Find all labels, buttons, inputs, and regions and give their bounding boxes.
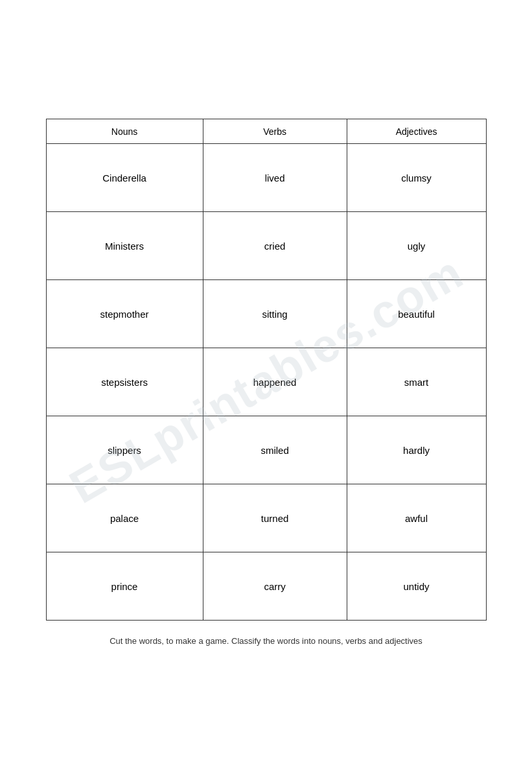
table-cell: sitting <box>203 280 347 348</box>
footer-text: Cut the words, to make a game. Classify … <box>110 636 422 646</box>
page-container: ESLprintables.com Nouns Verbs Adjectives… <box>0 93 532 665</box>
table-cell: beautiful <box>347 280 486 348</box>
header-verbs: Verbs <box>203 119 347 144</box>
table-cell: turned <box>203 484 347 552</box>
table-cell: smart <box>347 348 486 416</box>
table-row: Ministerscriedugly <box>46 212 486 280</box>
table-row: slipperssmiledhardly <box>46 416 486 484</box>
table-row: palaceturnedawful <box>46 484 486 552</box>
table-cell: cried <box>203 212 347 280</box>
table-cell: prince <box>46 552 203 621</box>
table-row: Cinderellalivedclumsy <box>46 144 486 212</box>
header-adjectives: Adjectives <box>347 119 486 144</box>
table-cell: untidy <box>347 552 486 621</box>
table-row: stepsistershappenedsmart <box>46 348 486 416</box>
table-cell: smiled <box>203 416 347 484</box>
table-cell: slippers <box>46 416 203 484</box>
table-cell: palace <box>46 484 203 552</box>
table-cell: Ministers <box>46 212 203 280</box>
table-cell: lived <box>203 144 347 212</box>
table-row: princecarryuntidy <box>46 552 486 621</box>
table-cell: Cinderella <box>46 144 203 212</box>
word-table: Nouns Verbs Adjectives Cinderellalivedcl… <box>46 119 487 621</box>
table-row: stepmothersittingbeautiful <box>46 280 486 348</box>
header-nouns: Nouns <box>46 119 203 144</box>
table-cell: stepsisters <box>46 348 203 416</box>
table-cell: ugly <box>347 212 486 280</box>
table-cell: hardly <box>347 416 486 484</box>
table-cell: stepmother <box>46 280 203 348</box>
table-cell: carry <box>203 552 347 621</box>
table-cell: happened <box>203 348 347 416</box>
table-cell: clumsy <box>347 144 486 212</box>
table-cell: awful <box>347 484 486 552</box>
